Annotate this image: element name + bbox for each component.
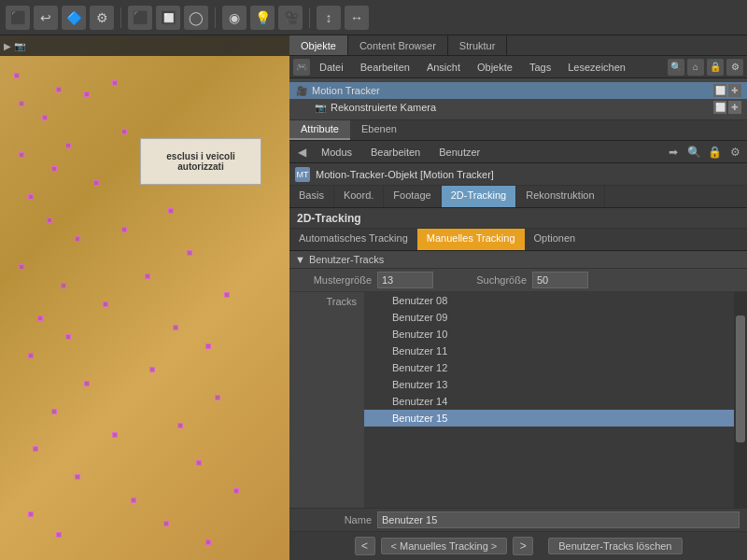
tracking-point [75, 474, 80, 480]
track-item-08[interactable]: Benutzer 08 [364, 292, 734, 309]
sub-tab-basis[interactable]: Basis [289, 186, 334, 207]
tool-icon-6[interactable]: 🔲 [156, 6, 180, 30]
tree-item-motion-tracker[interactable]: 🎥 Motion Tracker ⬜ ✚ [289, 82, 747, 99]
tracking-point [56, 87, 62, 92]
attr-tab-bar: Attribute Ebenen [289, 120, 747, 141]
tree-item-camera[interactable]: 📷 Rekonstruierte Kamera ⬜ ✚ [289, 99, 747, 116]
tracking-point [93, 180, 99, 186]
right-panel: Objekte Content Browser Struktur 🎮 Datei… [289, 35, 747, 560]
tab-manuelles-tracking[interactable]: Manuelles Tracking [417, 229, 525, 250]
tracks-list: Benutzer 08 Benutzer 09 Benutzer 10 Benu… [364, 292, 734, 508]
tool-icon-5[interactable]: ⬛ [128, 6, 152, 30]
track-item-10[interactable]: Benutzer 10 [364, 326, 734, 343]
tracking-point [14, 73, 20, 78]
tracking-point [205, 343, 211, 349]
content-area: ▼ Benutzer-Tracks Mustergröße Suchgröße … [289, 251, 747, 560]
camera-icon: 📷 [314, 101, 327, 114]
attr-icon-more[interactable]: ⚙ [726, 144, 743, 161]
tracking-point [65, 143, 71, 148]
menu-objekte[interactable]: Objekte [470, 60, 520, 75]
sub-tab-footage[interactable]: Footage [384, 186, 441, 207]
menu-bearbeiten[interactable]: Bearbeiten [353, 60, 417, 75]
tracking-tab-bar: Automatisches Tracking Manuelles Trackin… [289, 229, 747, 251]
cam-vis-icon-1[interactable]: ⬜ [713, 101, 726, 114]
tracking-point [19, 264, 24, 270]
tool-icon-8[interactable]: ◉ [222, 6, 247, 30]
tab-struktur[interactable]: Struktur [448, 35, 508, 55]
suchgrose-label: Suchgröße [452, 274, 527, 286]
menu-icon-lock[interactable]: 🔒 [707, 59, 724, 76]
tool-icon-11[interactable]: ↕ [317, 6, 341, 30]
tool-icon-7[interactable]: ◯ [184, 6, 208, 30]
track-item-15[interactable]: Benutzer 15 [364, 410, 734, 427]
main-toolbar: ⬛ ↩ 🔷 ⚙ ⬛ 🔲 ◯ ◉ 💡 🎥 ↕ ↔ [0, 0, 747, 35]
cam-vis-icon-2[interactable]: ✚ [728, 101, 741, 114]
tracking-point [205, 539, 211, 545]
vis-icon-1[interactable]: ⬜ [713, 84, 726, 97]
menu-ansicht[interactable]: Ansicht [419, 60, 468, 75]
tool-icon-12[interactable]: ↔ [345, 6, 369, 30]
tab-content-browser[interactable]: Content Browser [348, 35, 448, 55]
tracking-point [33, 446, 38, 452]
sub-tab-2d-tracking[interactable]: 2D-Tracking [442, 186, 517, 207]
menu-icon-more[interactable]: ⚙ [726, 59, 743, 76]
menu-icon-search[interactable]: 🔍 [668, 59, 684, 76]
name-input[interactable] [377, 511, 740, 528]
tool-icon-9[interactable]: 💡 [250, 6, 275, 30]
menu-tags[interactable]: Tags [522, 60, 558, 75]
tool-icon-3[interactable]: 🔷 [62, 6, 86, 30]
suchgrose-input[interactable] [532, 272, 588, 288]
tab-objekte[interactable]: Objekte [289, 35, 348, 55]
tracking-point [121, 227, 127, 232]
attr-benutzer[interactable]: Benutzer [431, 145, 487, 160]
attr-modus[interactable]: Modus [314, 145, 359, 160]
tool-separator-3 [309, 7, 310, 28]
tab-ebenen[interactable]: Ebenen [350, 120, 408, 140]
tracking-point [19, 152, 24, 158]
tracking-mode-button[interactable]: < Manuelles Tracking > [381, 538, 508, 554]
tracking-point [163, 521, 169, 526]
attr-toolbar: ◀ Modus Bearbeiten Benutzer ➡ 🔍 🔒 ⚙ [289, 141, 747, 163]
track-item-13[interactable]: Benutzer 13 [364, 376, 734, 393]
bottom-bar: < < Manuelles Tracking > > Benutzer-Trac… [289, 531, 747, 560]
attr-icon-search[interactable]: 🔍 [685, 144, 702, 161]
tool-icon-2[interactable]: ↩ [34, 6, 58, 30]
top-tab-bar: Objekte Content Browser Struktur [289, 35, 747, 56]
attr-bearbeiten[interactable]: Bearbeiten [363, 145, 428, 160]
tool-separator-1 [120, 7, 121, 28]
camera-vis: ⬜ ✚ [713, 101, 741, 114]
delete-tracks-button[interactable]: Benutzer-Tracks löschen [548, 538, 682, 554]
sub-tab-bar: Basis Koord. Footage 2D-Tracking Rekonst… [289, 186, 747, 208]
track-item-11[interactable]: Benutzer 11 [364, 343, 734, 359]
menu-icon-home[interactable]: ⌂ [687, 59, 704, 76]
track-item-14[interactable]: Benutzer 14 [364, 393, 734, 410]
tool-icon-4[interactable]: ⚙ [90, 6, 114, 30]
track-item-12[interactable]: Benutzer 12 [364, 359, 734, 376]
prev-button[interactable]: < [355, 537, 375, 555]
track-item-09[interactable]: Benutzer 09 [364, 309, 734, 326]
tracking-point [187, 250, 192, 256]
menu-datei[interactable]: Datei [312, 60, 351, 75]
tracking-point [51, 166, 57, 172]
tracks-scrollbar[interactable] [734, 292, 747, 508]
tab-automatisches-tracking[interactable]: Automatisches Tracking [289, 229, 417, 250]
sub-tab-koord[interactable]: Koord. [334, 186, 384, 207]
next-button[interactable]: > [513, 537, 533, 555]
sub-tab-rekonstruktion[interactable]: Rekonstruktion [516, 186, 604, 207]
menu-right-icons: 🔍 ⌂ 🔒 ⚙ [668, 59, 743, 76]
tab-attribute[interactable]: Attribute [289, 120, 350, 140]
tab-optionen[interactable]: Optionen [525, 229, 585, 250]
tracking-point [65, 334, 71, 340]
vis-icon-2[interactable]: ✚ [728, 84, 741, 97]
tracking-point [149, 367, 155, 372]
attr-icon-arrow[interactable]: ➡ [665, 144, 682, 161]
benutzer-tracks-header[interactable]: ▼ Benutzer-Tracks [289, 251, 747, 269]
name-row: Name [289, 508, 747, 531]
menu-lesezeichen[interactable]: Lesezeichen [560, 60, 633, 75]
attr-icon-lock[interactable]: 🔒 [706, 144, 723, 161]
mustergrose-input[interactable] [377, 272, 433, 288]
collapse-triangle: ▼ [295, 254, 305, 265]
tool-icon-10[interactable]: 🎥 [278, 6, 303, 30]
tracking-section-header: 2D-Tracking [289, 208, 747, 229]
tool-icon-1[interactable]: ⬛ [6, 6, 30, 30]
